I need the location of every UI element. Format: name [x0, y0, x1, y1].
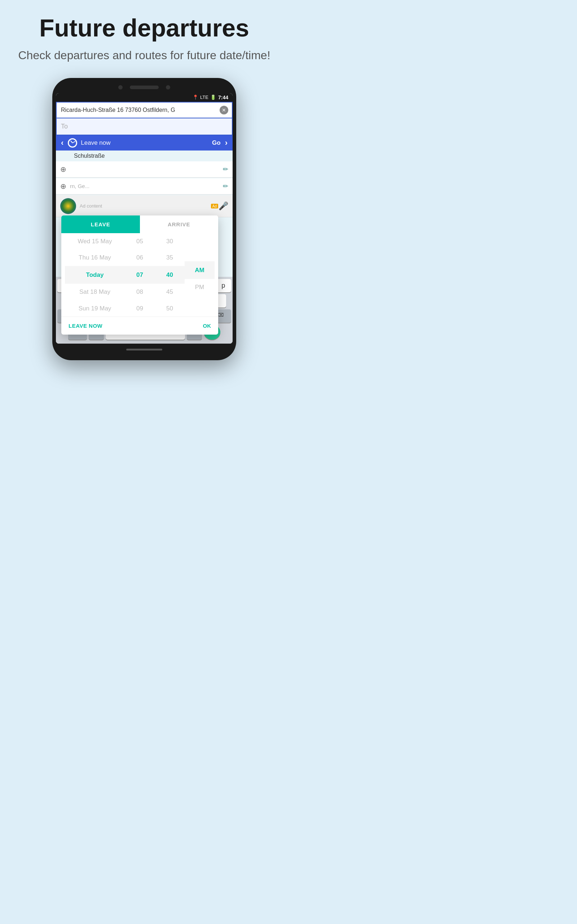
phone-speaker	[130, 86, 159, 89]
phone-top-decoration	[56, 85, 233, 89]
leave-tab[interactable]: LEAVE	[61, 215, 140, 233]
hour-row-0: 05	[125, 233, 155, 250]
search-to-row[interactable]: To	[56, 118, 233, 135]
ampm-row-1	[185, 254, 214, 261]
ad-row: Ad content Ad 🎤	[56, 195, 233, 217]
front-camera	[118, 85, 122, 89]
hour-row-3: 08	[125, 284, 155, 300]
day-row-3: Sat 18 May	[65, 284, 125, 300]
hour-row-2: 07	[125, 267, 155, 283]
nav-bar: ‹ Leave now Go ›	[56, 135, 233, 150]
ampm-column[interactable]: AM PM	[185, 247, 214, 303]
status-bar: 📍 LTE 🔋 7:44	[56, 93, 233, 102]
signal-label: LTE	[200, 95, 208, 100]
ampm-row-4	[185, 296, 214, 303]
clock-icon	[68, 138, 77, 148]
route-edit-1[interactable]: ✏	[223, 165, 228, 173]
clock-hand-minute	[73, 141, 76, 143]
picker-ok-button[interactable]: OK	[203, 323, 211, 329]
picker-tabs: LEAVE ARRIVE	[61, 215, 218, 233]
phone-bottom	[56, 347, 233, 353]
day-row-4: Sun 19 May	[65, 300, 125, 317]
hour-column[interactable]: 05 06 07 08 09	[125, 233, 155, 317]
picker-footer: LEAVE NOW OK	[61, 317, 218, 334]
route-edit-2[interactable]: ✏	[223, 182, 228, 190]
picker-highlight-ampm: AM	[185, 261, 214, 279]
prev-arrow-button[interactable]: ‹	[61, 138, 63, 148]
day-column[interactable]: Wed 15 May Thu 16 May Today Sat 18 May S…	[65, 233, 125, 317]
sensor	[166, 85, 170, 89]
min-row-4: 50	[155, 300, 185, 317]
day-row-1: Thu 16 May	[65, 249, 125, 266]
ad-content: Ad content	[80, 203, 102, 208]
picker-highlight-min: 40	[155, 266, 185, 284]
ad-badge: Ad	[211, 204, 218, 208]
schulstrasse-text: Schulstraße	[74, 153, 105, 159]
day-row-0: Wed 15 May	[65, 233, 125, 250]
min-row-2: 40	[155, 267, 185, 283]
schulstrasse-label: Schulstraße	[56, 150, 233, 162]
nav-center: Leave now	[68, 138, 208, 148]
picker-leave-now-button[interactable]: LEAVE NOW	[69, 323, 102, 329]
min-row-1: 35	[155, 249, 185, 266]
status-icons: 📍 LTE 🔋	[193, 95, 216, 100]
ampm-row-2: AM	[185, 262, 214, 279]
page-subtitle: Check departures and routes for future d…	[18, 47, 270, 63]
route-row-2[interactable]: ⊕ rn, Ge... ✏	[56, 178, 233, 195]
phone-screen: 📍 LTE 🔋 7:44 Ricarda-Huch-Straße 16 7376…	[56, 93, 233, 344]
go-label: Go	[212, 139, 221, 147]
hour-row-4: 09	[125, 300, 155, 317]
ampm-row-0	[185, 247, 214, 254]
status-time: 7:44	[218, 95, 228, 100]
mic-button[interactable]: 🎤	[219, 201, 228, 211]
page-title: Future departures	[39, 15, 249, 42]
from-value-text: Ricarda-Huch-Straße 16 73760 Ostfildern,…	[61, 107, 218, 113]
ad-logo	[60, 198, 76, 214]
to-placeholder-text: To	[61, 123, 68, 130]
day-row-2: Today	[65, 267, 125, 283]
picker-highlight-day: Today	[65, 266, 125, 284]
route-icon-2: ⊕	[60, 182, 66, 191]
ampm-row-3: PM	[185, 279, 214, 296]
route-row-1[interactable]: ⊕ ✏	[56, 162, 233, 178]
arrive-tab[interactable]: ARRIVE	[140, 215, 219, 233]
picker-highlight-hour: 07	[125, 266, 155, 284]
home-indicator[interactable]	[126, 349, 162, 351]
phone-frame: 📍 LTE 🔋 7:44 Ricarda-Huch-Straße 16 7376…	[52, 78, 236, 360]
min-row-0: 30	[155, 233, 185, 250]
battery-icon: 🔋	[210, 95, 216, 100]
next-arrow-button[interactable]: ›	[225, 138, 227, 148]
picker-columns: Wed 15 May Thu 16 May Today Sat 18 May S…	[61, 233, 218, 317]
min-row-3: 45	[155, 284, 185, 300]
route-list: ⊕ ✏ ⊕ rn, Ge... ✏ Ad content Ad 🎤	[56, 162, 233, 277]
minute-column[interactable]: 30 35 40 45 50	[155, 233, 185, 317]
hour-row-1: 06	[125, 249, 155, 266]
clear-from-button[interactable]: ✕	[220, 106, 228, 115]
search-from-row[interactable]: Ricarda-Huch-Straße 16 73760 Ostfildern,…	[56, 102, 233, 118]
route-icon-1: ⊕	[60, 165, 66, 174]
location-icon: 📍	[193, 95, 198, 100]
leave-now-label: Leave now	[81, 139, 110, 147]
route-label-2: rn, Ge...	[70, 183, 223, 189]
datetime-picker[interactable]: LEAVE ARRIVE Wed 15 May Thu 16 May Today…	[61, 215, 218, 335]
